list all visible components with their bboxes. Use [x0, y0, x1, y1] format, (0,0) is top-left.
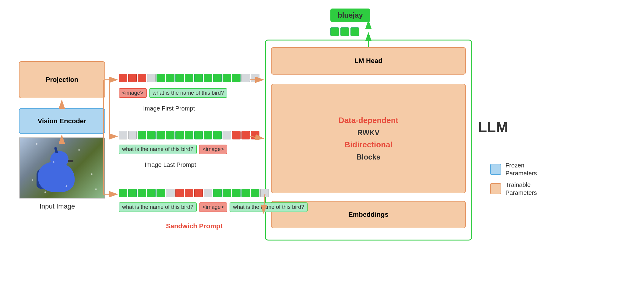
r1-gray2	[241, 74, 250, 82]
r1-gray3	[251, 74, 259, 82]
bluejay-output: bluejay	[330, 9, 370, 22]
row3-tokens	[119, 189, 269, 197]
r1-image-label: <image>	[119, 88, 147, 98]
vision-encoder-box: Vision Encoder	[19, 108, 105, 134]
trainable-legend-icon	[490, 183, 501, 194]
frozen-label: FrozenParameters	[505, 162, 537, 177]
r2-g2	[147, 131, 156, 139]
r2-g6	[185, 131, 193, 139]
r2-question-label: what is the name of this bird?	[119, 145, 197, 154]
r2-g3	[157, 131, 165, 139]
r3-g9	[241, 189, 250, 197]
r3-gray1	[166, 189, 174, 197]
r2-red3	[251, 131, 259, 139]
r1-g6	[204, 74, 212, 82]
r3-gray2	[204, 189, 212, 197]
r1-red3	[138, 74, 146, 82]
trainable-legend-item: TrainableParameters	[490, 181, 537, 197]
r3-g10	[251, 189, 259, 197]
image-first-prompt-label: Image First Prompt	[143, 105, 195, 112]
output-token-1	[330, 27, 339, 36]
rwkv-line4: Blocks	[357, 151, 381, 163]
r1-red2	[128, 74, 137, 82]
output-token-2	[340, 27, 349, 36]
rwkv-box: Data-dependent RWKV Bidirectional Blocks	[271, 84, 466, 193]
r1-g7	[213, 74, 222, 82]
r2-g7	[194, 131, 203, 139]
r3-g8	[232, 189, 241, 197]
rwkv-line1: Data-dependent	[339, 114, 398, 127]
r1-g2	[166, 74, 174, 82]
r2-gray3	[223, 131, 231, 139]
r2-red2	[241, 131, 250, 139]
r2-g1	[138, 131, 146, 139]
r1-g9	[232, 74, 241, 82]
r3-red2	[185, 189, 193, 197]
r1-g3	[175, 74, 184, 82]
rwkv-line3: Bidirectional	[344, 139, 392, 151]
projection-box: Projection	[19, 61, 105, 98]
r3-question-label1: what is the name of this bird?	[119, 202, 197, 212]
r1-g1	[157, 74, 165, 82]
frozen-legend-text: FrozenParameters	[505, 161, 537, 177]
output-tokens	[330, 27, 359, 36]
row1-labels: <image> what is the name of this bird?	[119, 88, 227, 98]
r3-gray3	[260, 189, 269, 197]
r2-image-label: <image>	[199, 145, 227, 154]
r3-g3	[138, 189, 146, 197]
bluejay-label: bluejay	[338, 11, 363, 19]
sandwich-prompt-label: Sandwich Prompt	[166, 222, 223, 230]
r2-g4	[166, 131, 174, 139]
r3-g2	[128, 189, 137, 197]
diagram-container: Input Image Projection Vision Encoder LL…	[0, 0, 644, 288]
trainable-label: TrainableParameters	[505, 181, 537, 196]
r3-g7	[223, 189, 231, 197]
frozen-legend-item: FrozenParameters	[490, 161, 537, 177]
image-last-prompt-label: Image Last Prompt	[145, 161, 196, 168]
row1-tokens	[119, 74, 259, 82]
bird-illustration	[19, 138, 105, 198]
output-token-3	[350, 27, 359, 36]
r3-image-label: <image>	[199, 202, 227, 212]
legend: FrozenParameters TrainableParameters	[490, 161, 537, 200]
r2-gray1	[119, 131, 127, 139]
r1-g4	[185, 74, 193, 82]
rwkv-text: Data-dependent RWKV Bidirectional Blocks	[339, 114, 398, 163]
frozen-legend-icon	[490, 164, 501, 175]
embeddings-label: Embeddings	[348, 211, 389, 219]
r1-g5	[194, 74, 203, 82]
r3-g5	[157, 189, 165, 197]
row3-labels: what is the name of this bird? <image> w…	[119, 202, 308, 212]
r3-g1	[119, 189, 127, 197]
vision-encoder-label: Vision Encoder	[38, 117, 86, 125]
row2-labels: what is the name of this bird? <image>	[119, 145, 227, 154]
rwkv-line2: RWKV	[357, 127, 380, 139]
r1-g8	[223, 74, 231, 82]
trainable-legend-text: TrainableParameters	[505, 181, 537, 197]
r2-gray2	[128, 131, 137, 139]
r1-gray1	[147, 74, 156, 82]
r3-question-label2: what is the name of this bird?	[230, 202, 308, 212]
r3-g4	[147, 189, 156, 197]
r3-red1	[175, 189, 184, 197]
input-image-label: Input Image	[40, 202, 75, 210]
r3-red3	[194, 189, 203, 197]
r1-question-label: what is the name of this bird?	[149, 88, 227, 98]
input-image	[19, 137, 104, 198]
r3-g6	[213, 189, 222, 197]
r1-red1	[119, 74, 127, 82]
projection-label: Projection	[46, 76, 79, 84]
row2-tokens	[119, 131, 259, 139]
llm-label: LLM	[478, 119, 508, 135]
r2-g9	[213, 131, 222, 139]
lm-head-label: LM Head	[354, 57, 382, 65]
r2-g8	[204, 131, 212, 139]
r2-red1	[232, 131, 241, 139]
lm-head-box: LM Head	[271, 47, 466, 75]
r2-g5	[175, 131, 184, 139]
